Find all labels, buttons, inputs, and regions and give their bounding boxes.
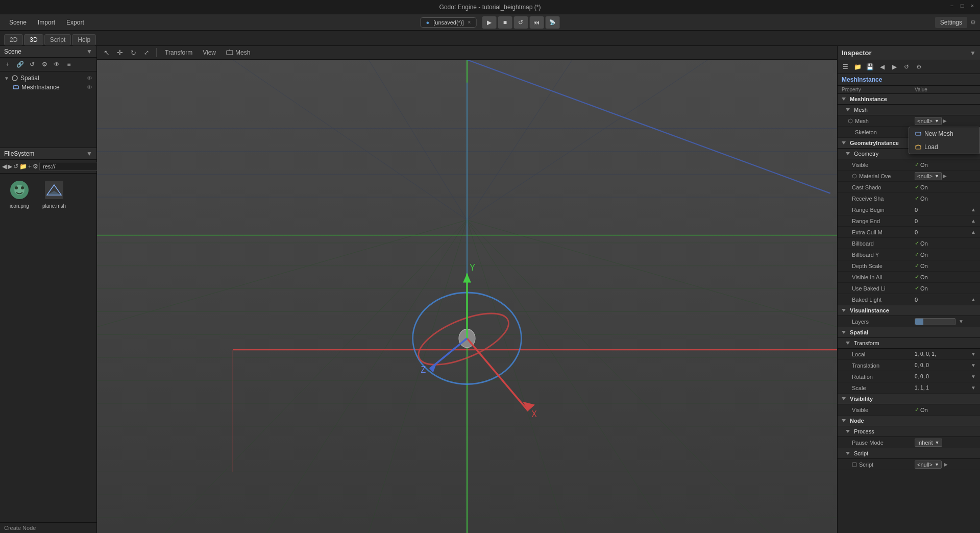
transform-label: Transform	[165, 49, 192, 56]
menu-item-import[interactable]: Import	[33, 17, 60, 28]
section-visualinstance[interactable]: VisualInstance	[838, 305, 980, 316]
minimize-button[interactable]: −	[948, 2, 955, 9]
menu-item-export[interactable]: Export	[61, 17, 89, 28]
maximize-button[interactable]: □	[959, 2, 966, 9]
rewind-button[interactable]: ⏮	[529, 16, 544, 29]
material-null-dropdown[interactable]: <null> ▼	[915, 172, 942, 180]
play-button[interactable]: ▶	[482, 16, 496, 29]
section-visibility[interactable]: Visibility	[838, 394, 980, 404]
scene-panel-title: Scene	[4, 48, 21, 55]
scene-filter-button[interactable]: ≡	[63, 59, 75, 69]
view-menu-button[interactable]: View	[199, 47, 220, 58]
svg-line-15	[165, 220, 467, 533]
scene-refresh-button[interactable]: ↺	[27, 59, 38, 69]
dd-item-load[interactable]: Load	[909, 140, 979, 154]
menu-item-scene[interactable]: Scene	[4, 17, 32, 28]
section-spatial[interactable]: Spatial	[838, 327, 980, 338]
dd-item-new-mesh[interactable]: New Mesh	[909, 127, 979, 140]
stop-button[interactable]: ■	[498, 16, 512, 29]
prop-cast-shadow-value[interactable]: ✓ On	[915, 184, 976, 190]
settings-button[interactable]: Settings	[935, 17, 967, 28]
mesh-menu-button[interactable]: Mesh	[222, 47, 254, 58]
tree-item-spatial[interactable]: ▼ Spatial 👁	[0, 74, 96, 83]
tab-script[interactable]: Script	[44, 34, 71, 45]
prop-billboard-value[interactable]: ✓ On	[915, 240, 976, 247]
prop-billboard-name: Billboard	[852, 240, 915, 247]
select-tool-button[interactable]: ↖	[101, 47, 112, 58]
main-layout: Scene ▼ + 🔗 ↺ ⚙ 👁 ≡ ▼ Spatial 👁	[0, 46, 980, 533]
subsection-process[interactable]: Process	[838, 426, 980, 437]
tab-2d[interactable]: 2D	[4, 34, 23, 45]
move-tool-button[interactable]: ✛	[114, 47, 126, 58]
section-node-label: Node	[850, 418, 864, 424]
scale-tool-button[interactable]: ⤢	[141, 47, 152, 58]
restart-button[interactable]: ↺	[513, 16, 528, 29]
subsection-geometry-arrow	[846, 152, 850, 155]
rotate-tool-button[interactable]: ↻	[128, 47, 139, 58]
fs-settings-button[interactable]: ⚙	[33, 161, 38, 172]
remote-button[interactable]: 📡	[545, 16, 559, 29]
tree-item-meshinstance[interactable]: MeshInstance 👁	[0, 83, 96, 92]
tab-3d[interactable]: 3D	[24, 34, 43, 45]
eye-icon-mesh[interactable]: 👁	[87, 84, 92, 90]
section-meshinstance[interactable]: MeshInstance	[838, 94, 980, 105]
inspector-back-button[interactable]: ◀	[876, 62, 888, 72]
scene-eye-button[interactable]: 👁	[51, 59, 62, 69]
fs-file-icon[interactable]: icon.png	[4, 178, 35, 209]
scene-add-button[interactable]: +	[2, 59, 13, 69]
transform-menu-button[interactable]: Transform	[161, 47, 197, 58]
prop-layers-value[interactable]: ▼	[915, 318, 976, 325]
prop-material-ove: Material Ove <null> ▼ ▶	[838, 171, 980, 182]
subsection-script[interactable]: Script	[838, 448, 980, 459]
prop-visible: Visible ✓ On	[838, 159, 980, 171]
script-null-dropdown[interactable]: <null> ▼	[915, 461, 942, 469]
inspector-save-button[interactable]: 💾	[864, 62, 875, 72]
scene-dropdown-arrow[interactable]: ▼	[86, 48, 92, 55]
tab-label[interactable]: [unsaved(*)]	[433, 19, 463, 26]
inspector-folder-button[interactable]: 📁	[852, 62, 863, 72]
inspector-gear-button[interactable]: ⚙	[913, 62, 924, 72]
prop-depth-scale-value[interactable]: ✓ On	[915, 262, 976, 269]
pause-mode-dropdown[interactable]: Inherit ▼	[915, 439, 942, 447]
fs-add-button[interactable]: +	[28, 161, 32, 172]
eye-icon-spatial[interactable]: 👁	[87, 75, 92, 81]
svg-line-21	[467, 220, 769, 533]
range-end-stepper[interactable]: ▲	[971, 218, 976, 224]
3d-viewport[interactable]: [ Perspective ]	[97, 60, 837, 533]
mesh-expand-arrow[interactable]: ▶	[943, 118, 947, 124]
prop-visible-value[interactable]: ✓ On	[915, 161, 976, 168]
section-node[interactable]: Node	[838, 416, 980, 426]
prop-receive-shadow-value[interactable]: ✓ On	[915, 195, 976, 202]
prop-use-baked-li-value[interactable]: ✓ On	[915, 285, 976, 292]
prop-pause-mode-name: Pause Mode	[852, 440, 915, 446]
fs-folder-button[interactable]: 📁	[19, 161, 27, 172]
extra-cull-stepper[interactable]: ▲	[971, 229, 976, 235]
fs-back-button[interactable]: ◀	[2, 161, 7, 172]
scene-instance-button[interactable]: 🔗	[14, 59, 26, 69]
inspector-list-button[interactable]: ☰	[840, 62, 851, 72]
prop-scale-name: Scale	[852, 385, 915, 391]
tab-help[interactable]: Help	[72, 34, 96, 45]
scene-tool1-button[interactable]: ⚙	[39, 59, 50, 69]
svg-point-6	[21, 186, 24, 189]
subsection-transform[interactable]: Transform	[838, 338, 980, 349]
subsection-mesh[interactable]: Mesh	[838, 105, 980, 115]
fs-forward-button[interactable]: ▶	[8, 161, 12, 172]
prop-visibility-visible-value[interactable]: ✓ On	[915, 406, 976, 413]
filesystem-dropdown-arrow[interactable]: ▼	[86, 150, 92, 157]
fs-file-plane[interactable]: plane.msh	[39, 178, 69, 209]
prop-material-value: <null> ▼ ▶	[915, 172, 976, 180]
inspector-dropdown-arrow[interactable]: ▼	[970, 50, 976, 57]
prop-scale-value: 1, 1, 1 ▼	[915, 385, 976, 391]
mesh-null-dropdown[interactable]: <null> ▼	[915, 117, 942, 125]
svg-line-37	[369, 60, 467, 220]
inspector-history-button[interactable]: ↺	[901, 62, 912, 72]
close-button[interactable]: ×	[969, 2, 976, 9]
baked-light-stepper[interactable]: ▲	[971, 297, 976, 302]
range-begin-stepper[interactable]: ▲	[971, 207, 976, 212]
tab-close-icon[interactable]: ×	[468, 19, 471, 25]
prop-visible-in-all-value[interactable]: ✓ On	[915, 274, 976, 280]
inspector-forward-button[interactable]: ▶	[889, 62, 900, 72]
fs-reload-button[interactable]: ↺	[13, 161, 18, 172]
prop-billboard-y-value[interactable]: ✓ On	[915, 251, 976, 258]
